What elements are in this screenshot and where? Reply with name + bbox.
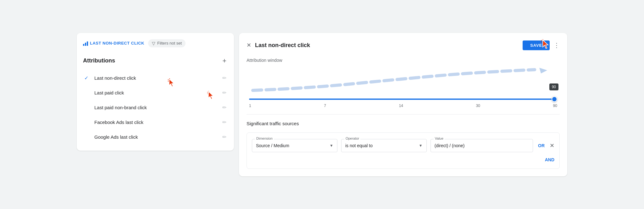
attribution-list: ✓ Last non-direct click ✏ Last paid clic… bbox=[83, 71, 228, 144]
dropdown-arrow-icon: ▼ bbox=[419, 143, 423, 148]
dimension-label: Dimension bbox=[255, 137, 274, 140]
edit-icon[interactable]: ✏ bbox=[222, 90, 226, 96]
attributions-section: Attributions + ✓ Last non-direct click ✏ bbox=[83, 54, 228, 144]
edit-icon[interactable]: ✏ bbox=[222, 104, 226, 110]
filter-container: Dimension Source / Medium ▼ Operator is … bbox=[247, 132, 560, 169]
attribution-window-section: Attribution window 90 bbox=[247, 58, 560, 108]
dropdown-arrow-icon: ▼ bbox=[330, 143, 333, 148]
or-button[interactable]: OR bbox=[537, 143, 546, 148]
value-label: Value bbox=[434, 137, 445, 140]
value-input-wrapper: Value bbox=[430, 139, 533, 152]
attributions-panel: LAST NON-DIRECT CLICK ▽ Filters not set … bbox=[77, 33, 234, 151]
left-header: LAST NON-DIRECT CLICK ▽ Filters not set bbox=[83, 39, 228, 47]
svg-marker-6 bbox=[539, 68, 547, 73]
section-divider bbox=[247, 114, 560, 115]
filter-row: Dimension Source / Medium ▼ Operator is … bbox=[252, 139, 554, 152]
save-button[interactable]: SAVE bbox=[523, 40, 550, 50]
dimension-wrapper: Dimension Source / Medium ▼ bbox=[252, 139, 337, 152]
operator-wrapper: Operator is not equal to ▼ bbox=[341, 139, 427, 152]
attributions-title: Attributions bbox=[83, 57, 115, 64]
traffic-sources-section: Significant traffic sources Dimension So… bbox=[247, 121, 560, 169]
dimension-dropdown[interactable]: Source / Medium ▼ bbox=[252, 139, 337, 152]
right-panel-header: ✕ Last non-direct click SAVE ⋮ bbox=[247, 40, 560, 50]
check-icon: ✓ bbox=[84, 75, 91, 81]
edit-icon[interactable]: ✏ bbox=[222, 75, 226, 81]
and-row: AND bbox=[252, 157, 554, 162]
edit-icon[interactable]: ✏ bbox=[222, 119, 226, 125]
slider-labels: 1 7 14 30 90 bbox=[249, 104, 557, 108]
attribution-slider[interactable] bbox=[249, 99, 557, 100]
more-options-button[interactable]: ⋮ bbox=[553, 41, 560, 49]
slider-tooltip: 90 bbox=[549, 83, 558, 90]
filter-badge[interactable]: ▽ Filters not set bbox=[148, 39, 186, 47]
operator-label: Operator bbox=[344, 137, 360, 140]
add-attribution-button[interactable]: + bbox=[221, 56, 228, 66]
attribution-slider-wrapper: 90 1 7 14 30 90 bbox=[249, 95, 557, 108]
and-button[interactable]: AND bbox=[545, 157, 554, 162]
attribution-detail-panel: ✕ Last non-direct click SAVE ⋮ Attributi… bbox=[239, 33, 567, 176]
attribution-curve-chart bbox=[247, 68, 560, 93]
bar-chart-icon bbox=[83, 41, 88, 46]
value-input[interactable] bbox=[430, 139, 533, 152]
model-title[interactable]: LAST NON-DIRECT CLICK bbox=[83, 41, 144, 46]
edit-icon[interactable]: ✏ bbox=[222, 134, 226, 140]
list-item[interactable]: ✓ Last non-direct click ✏ bbox=[83, 71, 228, 85]
panel-title: Last non-direct click bbox=[255, 42, 310, 49]
filter-icon: ▽ bbox=[152, 41, 155, 46]
attribution-window-label: Attribution window bbox=[247, 58, 560, 63]
list-item[interactable]: Last paid non-brand click ✏ bbox=[83, 100, 228, 115]
list-item[interactable]: Facebook Ads last click ✏ bbox=[83, 115, 228, 130]
remove-filter-button[interactable]: ✕ bbox=[550, 142, 554, 149]
traffic-sources-label: Significant traffic sources bbox=[247, 121, 560, 126]
attributions-header: Attributions + bbox=[83, 56, 228, 66]
operator-dropdown[interactable]: is not equal to ▼ bbox=[341, 139, 427, 152]
list-item[interactable]: Google Ads last click ✏ bbox=[83, 130, 228, 144]
list-item[interactable]: Last paid click ✏ bbox=[83, 85, 228, 100]
close-button[interactable]: ✕ bbox=[247, 42, 251, 49]
